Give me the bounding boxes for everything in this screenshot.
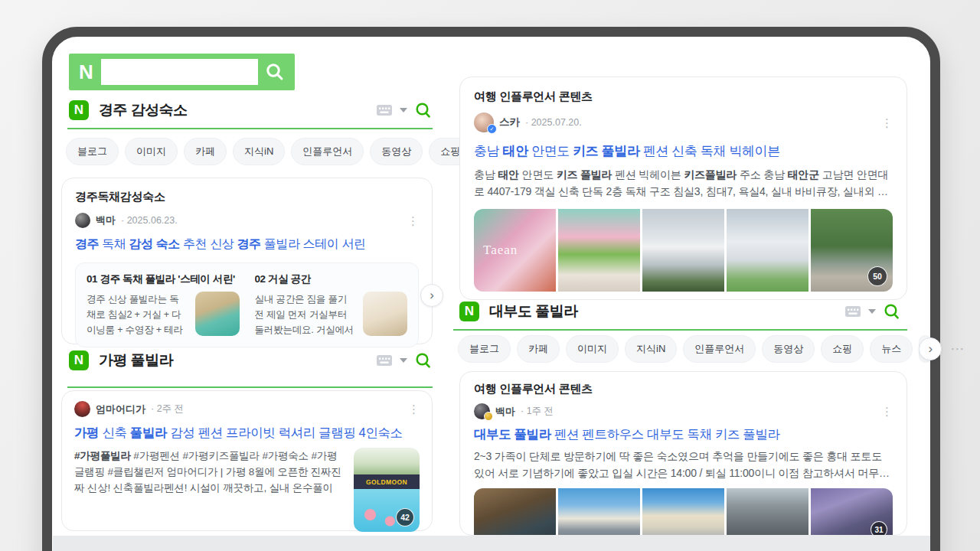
author-row: ✓ 스카 · 2025.07.20. ⋮ bbox=[474, 112, 893, 132]
tabs-next-button[interactable]: › bbox=[919, 337, 942, 360]
search-icon[interactable] bbox=[883, 302, 901, 321]
influencer-card-taean: 여행 인플루언서 콘텐츠 ✓ 스카 · 2025.07.20. ⋮ 충남 태안 … bbox=[459, 77, 907, 300]
post-body-text: 충남 태안 안면도 키즈 풀빌라 펜션 빅헤이븐 키즈풀빌라 주소 충남 태안군… bbox=[474, 166, 893, 200]
chevron-down-icon[interactable] bbox=[400, 108, 407, 112]
section-body: 실내 공간은 짐을 풀기 전 제일 먼저 거실부터 둘러봤는데요. 거실에서 바… bbox=[255, 292, 357, 337]
keyboard-icon[interactable] bbox=[376, 104, 393, 116]
avatar[interactable]: ✓ bbox=[474, 112, 494, 132]
post-image-thumbnail[interactable]: 31 bbox=[811, 488, 893, 536]
search-tab[interactable]: 뉴스 bbox=[870, 335, 913, 363]
post-card-title: 경주독채감성숙소 bbox=[75, 190, 419, 204]
search-header-gapyeong: N 가평 풀빌라 bbox=[69, 350, 433, 370]
section-heading: 02 거실 공간 bbox=[255, 272, 408, 286]
more-options-icon[interactable]: ⋮ bbox=[881, 117, 893, 129]
naver-logo[interactable]: N bbox=[459, 302, 479, 321]
card-next-button[interactable]: › bbox=[420, 284, 443, 307]
more-options-icon[interactable]: ⋮ bbox=[881, 406, 893, 417]
search-tab[interactable]: 카페 bbox=[184, 138, 227, 165]
section-body: 경주 신상 풀빌라는 독채로 침실2 + 거실 + 다이닝룸 + 수영장 + 테… bbox=[87, 292, 188, 337]
post-image-thumbnail[interactable] bbox=[558, 209, 640, 292]
image-overlay-text: Taean bbox=[483, 243, 518, 258]
influencer-badge-icon bbox=[484, 412, 493, 421]
main-search-input[interactable] bbox=[101, 59, 258, 85]
search-tab[interactable]: 쇼핑 bbox=[821, 335, 864, 363]
search-query-text[interactable]: 대부도 풀빌라 bbox=[489, 302, 578, 321]
naver-logo[interactable]: N bbox=[69, 350, 89, 370]
search-tabs-daebudo: 블로그카페이미지지식iN인플루언서동영상쇼핑뉴스지 › ⋯ bbox=[458, 335, 965, 363]
avatar[interactable] bbox=[74, 401, 90, 417]
search-submit-button[interactable] bbox=[263, 60, 286, 83]
search-query-text[interactable]: 가평 풀빌라 bbox=[99, 350, 173, 370]
post-date: · 1주 전 bbox=[521, 405, 554, 418]
tab-list: 블로그카페이미지지식iN인플루언서동영상쇼핑뉴스지 bbox=[458, 335, 932, 363]
section-heading: 01 경주 독채 풀빌라 '스테이 서린' bbox=[87, 272, 240, 286]
post-thumbnail[interactable]: GOLDMOON 42 bbox=[354, 448, 420, 532]
author-name[interactable]: 백마 bbox=[495, 405, 515, 419]
naver-logo: N bbox=[79, 62, 93, 82]
screenshot-stage: N N 경주 감성숙소 bbox=[0, 0, 980, 551]
search-header-underline bbox=[67, 386, 433, 388]
influencer-section-heading: 여행 인플루언서 콘텐츠 bbox=[474, 90, 893, 104]
search-header-underline bbox=[67, 128, 433, 129]
avatar[interactable] bbox=[75, 213, 90, 228]
post-image-thumbnail[interactable] bbox=[558, 488, 640, 536]
post-title-link[interactable]: 대부도 풀빌라 펜션 펜트하우스 대부도 독채 키즈 풀빌라 bbox=[474, 426, 893, 443]
naver-main-search-bar[interactable]: N bbox=[69, 54, 295, 90]
search-header-underline bbox=[453, 329, 907, 331]
tabs-more-button[interactable]: ⋯ bbox=[950, 341, 965, 357]
section-thumbnail[interactable] bbox=[363, 292, 407, 336]
search-tab[interactable]: 블로그 bbox=[66, 138, 119, 165]
chevron-right-icon: › bbox=[430, 289, 434, 302]
image-count-badge: 50 bbox=[867, 266, 887, 286]
post-section-item[interactable]: 01 경주 독채 풀빌라 '스테이 서린' 경주 신상 풀빌라는 독채로 침실2… bbox=[87, 272, 240, 337]
author-row: 엄마어디가 · 2주 전 ⋮ bbox=[74, 401, 420, 417]
author-name[interactable]: 엄마어디가 bbox=[96, 403, 145, 416]
post-image-thumbnail[interactable] bbox=[474, 488, 556, 536]
post-section-item[interactable]: 02 거실 공간 실내 공간은 짐을 풀기 전 제일 먼저 거실부터 둘러봤는데… bbox=[255, 272, 408, 337]
search-header-daebudo: N 대부도 풀빌라 bbox=[459, 302, 901, 321]
avatar[interactable] bbox=[474, 403, 490, 419]
post-title-link[interactable]: 충남 태안 안면도 키즈 풀빌라 펜션 신축 독채 빅헤이븐 bbox=[474, 142, 893, 160]
search-tab[interactable]: 지식iN bbox=[625, 335, 677, 363]
search-icon[interactable] bbox=[414, 351, 433, 370]
thumbnail-top bbox=[354, 448, 420, 474]
thumbnail-caption-band: GOLDMOON bbox=[354, 474, 420, 489]
search-tab[interactable]: 동영상 bbox=[762, 335, 815, 363]
post-image-thumbnail[interactable] bbox=[727, 209, 808, 292]
post-title-link[interactable]: 가평 신축 풀빌라 감성 펜션 프라이빗 럭셔리 글램핑 4인숙소 bbox=[74, 425, 420, 442]
image-count-badge: 31 bbox=[871, 521, 887, 536]
search-icon bbox=[263, 60, 286, 83]
search-tab[interactable]: 동영상 bbox=[370, 138, 423, 165]
post-date: · 2025.06.23. bbox=[121, 215, 178, 226]
search-tab[interactable]: 이미지 bbox=[125, 138, 178, 165]
post-image-thumbnail[interactable] bbox=[642, 488, 724, 536]
post-image-thumbnail[interactable] bbox=[642, 209, 724, 292]
post-title-link[interactable]: 경주 독채 감성 숙소 추천 신상 경주 풀빌라 스테이 서린 bbox=[75, 236, 419, 253]
post-date: · 2025.07.20. bbox=[525, 117, 582, 128]
naver-logo[interactable]: N bbox=[69, 100, 89, 120]
chevron-down-icon[interactable] bbox=[400, 358, 407, 363]
post-image-thumbnail[interactable]: Taean bbox=[474, 209, 556, 292]
author-row: 백마 · 1주 전 ⋮ bbox=[474, 403, 893, 419]
post-image-thumbnail[interactable]: 50 bbox=[811, 209, 893, 292]
chevron-down-icon[interactable] bbox=[868, 309, 876, 314]
more-options-icon[interactable]: ⋮ bbox=[408, 403, 420, 415]
chevron-right-icon: › bbox=[928, 342, 933, 355]
search-tab[interactable]: 인플루언서 bbox=[291, 138, 364, 165]
keyboard-icon[interactable] bbox=[844, 305, 861, 318]
section-thumbnail[interactable] bbox=[195, 292, 240, 336]
search-tab[interactable]: 이미지 bbox=[566, 335, 619, 363]
search-icon[interactable] bbox=[414, 101, 433, 119]
author-name[interactable]: 백마 bbox=[96, 214, 116, 227]
image-count-badge: 42 bbox=[396, 508, 414, 527]
author-name[interactable]: 스카 bbox=[499, 116, 520, 129]
post-section-preview: 01 경주 독채 풀빌라 '스테이 서린' 경주 신상 풀빌라는 독채로 침실2… bbox=[75, 262, 419, 347]
search-tab[interactable]: 인플루언서 bbox=[683, 335, 756, 363]
search-tab[interactable]: 블로그 bbox=[458, 335, 511, 363]
search-query-text[interactable]: 경주 감성숙소 bbox=[99, 100, 188, 120]
search-tab[interactable]: 지식iN bbox=[233, 138, 285, 165]
search-tab[interactable]: 카페 bbox=[517, 335, 560, 363]
post-image-thumbnail[interactable] bbox=[727, 488, 808, 536]
keyboard-icon[interactable] bbox=[376, 354, 393, 367]
more-options-icon[interactable]: ⋮ bbox=[407, 215, 419, 227]
